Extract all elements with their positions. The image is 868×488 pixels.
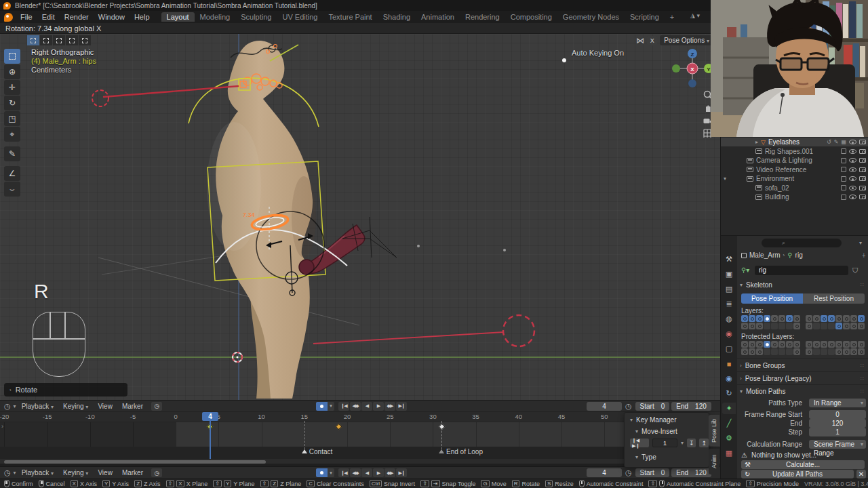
key-manager-dropdown-icon[interactable]: ▾ [681, 440, 684, 446]
auto-key-record-button[interactable] [316, 402, 328, 411]
cursor-tool-button[interactable]: ⊕ [4, 64, 20, 79]
shield-icon[interactable]: ⛉ [852, 266, 858, 275]
next-keyframe-button[interactable]: ◆▶ [384, 468, 395, 477]
layer-toggle[interactable] [813, 323, 820, 329]
workspace-tab-compositing[interactable]: Compositing [505, 12, 557, 22]
workspace-tab-animation[interactable]: Animation [416, 12, 460, 22]
annotate-tool-button[interactable]: ✎ [4, 146, 20, 161]
menu-help[interactable]: Help [130, 12, 155, 22]
pose-options-dropdown[interactable]: Pose Options ▾ [660, 35, 713, 45]
workspace-tab-uv-editing[interactable]: UV Editing [277, 12, 323, 22]
layer-toggle[interactable] [858, 341, 865, 348]
layer-toggle[interactable] [764, 348, 770, 355]
add-workspace-button[interactable]: + [665, 12, 679, 22]
play-button[interactable]: ▶ [373, 402, 384, 411]
timeline-menu-keying[interactable]: Keying ▾ [59, 469, 92, 476]
workspace-tab-layout[interactable]: Layout [161, 12, 195, 22]
render-visibility-icon[interactable] [859, 140, 866, 144]
hide-eye-icon[interactable] [849, 186, 856, 190]
playhead-frame-chip[interactable]: 4 [202, 412, 218, 421]
collapse-icon[interactable]: ▾ [724, 176, 726, 182]
jump-to-end-button[interactable]: ▶❙ [396, 402, 407, 411]
render-visibility-icon[interactable] [859, 158, 866, 163]
measure-tool-button[interactable]: ∠ [4, 166, 20, 181]
select-mode-intersect[interactable] [79, 35, 91, 45]
hide-eye-icon[interactable] [849, 176, 856, 181]
layer-toggle[interactable] [741, 341, 748, 348]
timeline-clock-button[interactable]: ◷ [151, 402, 162, 411]
layer-toggle[interactable] [821, 341, 827, 348]
properties-tab-scene[interactable]: ◍ [722, 313, 736, 325]
clear-paths-button[interactable]: ✕ [856, 470, 866, 479]
gizmo-z-neg[interactable] [688, 79, 696, 87]
layer-toggle[interactable] [793, 323, 800, 329]
properties-tab-view-layer[interactable]: ≣ [722, 298, 736, 310]
layer-toggle[interactable] [764, 323, 770, 329]
menu-file[interactable]: File [16, 12, 37, 22]
move-tool-button[interactable]: ✛ [4, 80, 20, 95]
gizmo-y-neg[interactable] [672, 64, 680, 73]
viewport-3d[interactable]: 7.34 ⋈ X Pose Options ▾ [0, 34, 720, 400]
outliner-row-building[interactable]: Building [721, 192, 868, 201]
layer-toggle[interactable] [858, 323, 865, 329]
layer-toggle[interactable] [843, 348, 850, 355]
jump-to-start-button[interactable]: ❙◀ [338, 468, 349, 477]
layer-toggle[interactable] [793, 315, 800, 322]
layer-toggle[interactable] [771, 315, 778, 322]
menu-render[interactable]: Render [60, 12, 94, 22]
layer-toggle[interactable] [813, 315, 820, 322]
layer-toggle[interactable] [843, 315, 850, 322]
timeline-editor-icon[interactable]: ◷ [4, 402, 11, 411]
workspace-tab-shading[interactable]: Shading [378, 12, 416, 22]
render-visibility-icon[interactable] [859, 186, 866, 190]
layer-toggle[interactable] [764, 341, 770, 348]
calculation-range-dropdown[interactable]: Scene Frame Range▾ [809, 440, 866, 449]
transform-tool-button[interactable]: ⌖ [4, 127, 20, 142]
workspace-tab-modeling[interactable]: Modeling [195, 12, 236, 22]
skeleton-section-header[interactable]: ▾Skeleton∷ [740, 281, 772, 289]
layer-toggle[interactable] [835, 315, 842, 322]
layer-toggle[interactable] [843, 323, 850, 329]
pin-icon[interactable]: ⍭ [862, 251, 866, 260]
layer-toggle[interactable] [771, 341, 778, 348]
layer-toggle[interactable] [850, 341, 857, 348]
sidetab-anim[interactable]: Anim [709, 449, 719, 474]
selectability-checkbox[interactable] [841, 158, 846, 163]
layer-toggle[interactable] [749, 315, 755, 322]
layer-toggle[interactable] [756, 348, 763, 355]
breadcrumb-data[interactable]: rig [795, 251, 803, 259]
timeline-ruler[interactable]: -20-15-10-505101520253035404550 [0, 412, 720, 422]
pose-breakdowner-tool-button[interactable]: ⌣ [4, 182, 20, 197]
properties-tab-object-data[interactable]: ✦ [722, 403, 736, 414]
play-reverse-button[interactable]: ◀ [361, 468, 372, 477]
layer-toggle[interactable] [835, 341, 842, 348]
menu-window[interactable]: Window [94, 12, 130, 22]
layer-toggle[interactable] [828, 341, 835, 348]
layer-toggle[interactable] [764, 315, 770, 322]
layer-toggle[interactable] [778, 315, 785, 322]
layer-toggle[interactable] [850, 323, 857, 329]
layer-toggle[interactable] [741, 348, 748, 355]
prev-keyframe-button[interactable]: ◀◆ [350, 468, 361, 477]
hide-eye-icon[interactable] [849, 195, 856, 199]
layer-toggle[interactable] [850, 315, 857, 322]
workspace-tab-rendering[interactable]: Rendering [460, 12, 505, 22]
menu-edit[interactable]: Edit [37, 12, 60, 22]
armature-datablock-icon[interactable]: ⚲▾ [741, 266, 749, 274]
properties-tab-render[interactable]: ▣ [722, 268, 736, 280]
layer-toggle[interactable] [821, 348, 827, 355]
properties-filter-icon[interactable]: ▾ [859, 240, 862, 246]
layer-toggle[interactable] [771, 348, 778, 355]
selectability-checkbox[interactable] [841, 176, 846, 182]
layer-toggle[interactable] [821, 323, 827, 329]
layer-toggle[interactable] [778, 348, 785, 355]
modifier-icon[interactable]: ✎ [834, 139, 839, 145]
select-mode-subtract[interactable] [53, 35, 65, 45]
outliner-row-camera-lighting[interactable]: Camera & Lighting [721, 156, 868, 165]
scene-selector[interactable]: ◮ ▾ [690, 12, 700, 19]
layer-toggle[interactable] [756, 315, 763, 322]
layer-toggle[interactable] [813, 341, 820, 348]
end-frame-field[interactable]: End120 [671, 402, 711, 411]
layer-toggle[interactable] [806, 323, 812, 329]
outliner-row-rig-shapes-001[interactable]: Rig Shapes.001 [721, 147, 868, 156]
